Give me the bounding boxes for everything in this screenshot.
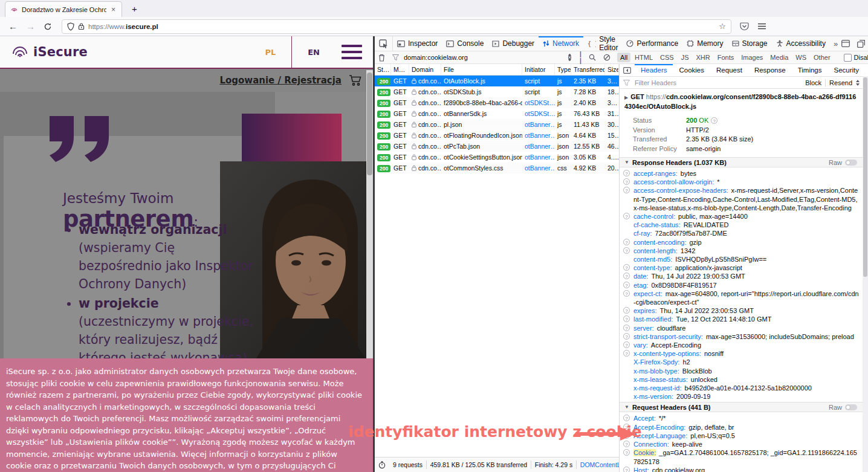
header-name[interactable]: vary: [633,341,648,349]
header-name[interactable]: content-type: [633,264,672,271]
details-tab-security[interactable]: Security [828,64,866,76]
request-headers-section[interactable]: ▼ Request Headers (441 B) Raw [620,402,868,412]
devtools-tab-network[interactable]: Network [539,36,583,51]
header-name[interactable]: content-md5: [633,256,672,263]
column-header[interactable]: Domain [409,64,441,75]
info-icon[interactable]: ? [623,187,630,193]
forward-icon[interactable]: → [26,21,35,31]
details-tab-timings[interactable]: Timings [792,64,828,76]
devtools-tab-console[interactable]: Console [442,36,488,51]
header-name[interactable]: Accept: [633,415,656,422]
more-tools-chevron[interactable]: » [830,36,841,51]
info-icon[interactable]: ? [623,315,630,322]
request-url-line[interactable]: ▶GET https://cdn.cookielaw.org/consent/f… [620,89,868,114]
response-headers-section[interactable]: ▼ Response Headers (1.037 KB) Raw [620,157,868,167]
info-icon[interactable]: ? [623,264,630,271]
collapse-triangle-icon[interactable]: ▼ [624,160,629,165]
request-row[interactable]: 200GETcdn.co…otCommonStyles.cssotBanner…… [375,163,619,173]
pause-icon[interactable]: | | [576,51,585,64]
header-name[interactable]: x-ms-version: [633,393,673,400]
header-name[interactable]: expect-ct: [633,290,662,297]
cart-icon[interactable] [349,74,362,86]
type-filter-xhr[interactable]: XHR [693,53,713,62]
type-filter-images[interactable]: Images [738,53,766,62]
new-tab-button[interactable]: + [128,1,141,17]
header-name[interactable]: last-modified: [633,315,673,323]
disable-cache-checkbox[interactable]: Disable Cache [844,54,868,62]
request-row[interactable]: 200GETcdn.co…otCookieSettingsButton.json… [375,152,619,163]
info-icon[interactable]: ? [623,247,630,254]
lang-pl-button[interactable]: PL [249,48,291,57]
header-name[interactable]: x-ms-blob-type: [633,367,679,375]
info-icon[interactable]: ? [623,415,630,421]
header-name[interactable]: Host: [633,467,649,472]
devtools-tab-accessibility[interactable]: Accessibility [772,36,830,51]
shield-icon[interactable] [67,22,74,31]
header-name[interactable]: date: [633,273,648,280]
header-name[interactable]: cf-ray: [633,230,652,237]
initiator-cell[interactable]: otBanner… [522,132,555,139]
info-icon[interactable]: ? [623,441,630,447]
split-panel-icon[interactable] [620,64,635,76]
page-scrollbar[interactable] [366,70,373,358]
type-filter-media[interactable]: Media [767,53,791,62]
request-row[interactable]: 200GETcdn.co…otBannerSdk.jsotSDKSt…js76.… [375,108,619,119]
info-icon[interactable]: ? [623,467,630,472]
type-filter-css[interactable]: CSS [657,53,677,62]
header-name[interactable]: Connection: [633,441,669,448]
column-header[interactable]: St… [375,64,391,75]
info-icon[interactable]: ? [623,273,630,279]
request-row[interactable]: 200GETcdn.co…otSDKStub.jsscriptjs7.28 KB… [375,86,619,97]
lock-icon[interactable] [78,22,85,30]
browser-tab[interactable]: Doradztwo w Zakresie Ochrony Dany × [5,1,122,17]
header-name[interactable]: cache-control: [633,213,675,220]
lang-en-button[interactable]: EN [291,36,335,68]
type-filter-js[interactable]: JS [678,53,692,62]
raw-toggle[interactable] [845,160,857,166]
details-tab-cookies[interactable]: Cookies [673,64,710,76]
header-name[interactable]: accept-ranges: [633,170,678,177]
initiator-cell[interactable]: otSDKSt… [522,99,555,106]
info-icon[interactable]: ? [623,350,630,357]
filter-headers-input[interactable]: Filter Headers [635,79,676,86]
request-row[interactable]: 200GETcdn.co…f2890bc8-88eb-4bac-a266-df9… [375,97,619,108]
column-header[interactable]: M… [391,64,409,75]
block-icon[interactable] [600,54,614,61]
header-name[interactable]: content-length: [633,247,678,254]
header-name[interactable]: expires: [633,307,657,314]
type-filter-ws[interactable]: WS [792,53,809,62]
initiator-cell[interactable]: otBanner… [522,121,555,128]
info-icon[interactable]: ? [623,170,630,176]
bookmark-star-icon[interactable]: ☆ [719,22,726,31]
info-icon[interactable]: ? [623,449,630,456]
info-icon[interactable]: ? [623,239,630,245]
reload-icon[interactable] [44,22,52,31]
devtools-tab-debugger[interactable]: Debugger [488,36,539,51]
request-row[interactable]: 200GETcdn.co…otPcTab.jsonotBanner…json12… [375,141,619,152]
url-bar[interactable]: https://www.isecure.pl ☆ [62,19,731,34]
tab-close-icon[interactable]: × [110,5,117,14]
type-filter-fonts[interactable]: Fonts [714,53,737,62]
pocket-icon[interactable] [740,22,749,31]
header-name[interactable]: content-encoding: [633,239,686,246]
separate-window-icon[interactable] [857,40,865,48]
raw-toggle[interactable] [845,404,857,410]
info-icon[interactable]: ? [623,282,630,288]
collapse-triangle-icon[interactable]: ▼ [624,404,629,410]
network-filter-input[interactable]: domain:cookielaw.org [404,54,468,61]
header-name[interactable]: access-control-allow-origin: [633,178,714,186]
column-header[interactable]: Transferred [571,64,605,75]
pick-element-icon[interactable] [375,36,393,51]
initiator-cell[interactable]: otSDKSt… [522,110,555,117]
info-icon[interactable]: ? [623,307,630,314]
request-row[interactable]: 200GETcdn.co…otFloatingRoundedIcon.jsono… [375,130,619,141]
responsive-mode-icon[interactable] [841,40,850,47]
column-header[interactable]: Size [605,64,619,75]
header-name[interactable]: x-content-type-options: [633,350,701,357]
clear-requests-icon[interactable] [375,54,389,62]
info-icon[interactable]: ? [623,178,630,185]
clear-filter-icon[interactable]: × [568,54,571,61]
info-icon[interactable]: ? [623,333,630,340]
request-row[interactable]: 200GETcdn.co…OtAutoBlock.jsscriptjs2.35 … [375,76,619,86]
devtools-tab-storage[interactable]: Storage [728,36,772,51]
